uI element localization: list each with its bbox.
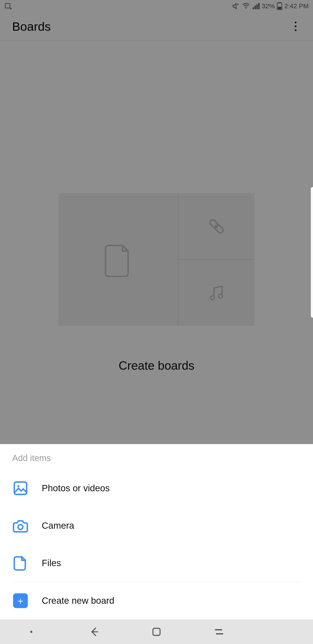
- sheet-title: Add items: [0, 453, 313, 470]
- sheet-item-create-board[interactable]: ＋ Create new board: [0, 582, 313, 620]
- back-button[interactable]: [85, 625, 103, 638]
- plus-icon: ＋: [12, 592, 29, 609]
- photo-icon: [12, 480, 29, 496]
- svg-point-12: [17, 485, 19, 487]
- sheet-item-label: Create new board: [42, 596, 114, 606]
- sheet-item-label: Photos or videos: [42, 483, 110, 494]
- scroll-indicator: [311, 187, 313, 318]
- home-button[interactable]: [148, 625, 165, 638]
- svg-rect-11: [14, 482, 27, 494]
- recent-apps-button[interactable]: [210, 625, 228, 638]
- svg-rect-14: [153, 628, 160, 635]
- files-icon: [12, 555, 29, 571]
- navigation-bar: [0, 620, 313, 644]
- sheet-item-label: Camera: [42, 520, 74, 531]
- nav-extra-dot[interactable]: [22, 631, 40, 633]
- camera-icon: [12, 518, 29, 534]
- sheet-item-label: Files: [42, 558, 61, 568]
- bottom-sheet: Add items Photos or videos Camera Files …: [0, 444, 313, 620]
- sheet-item-camera[interactable]: Camera: [0, 507, 313, 544]
- sheet-item-photos[interactable]: Photos or videos: [0, 470, 313, 507]
- svg-point-13: [18, 524, 23, 529]
- sheet-item-files[interactable]: Files: [0, 544, 313, 582]
